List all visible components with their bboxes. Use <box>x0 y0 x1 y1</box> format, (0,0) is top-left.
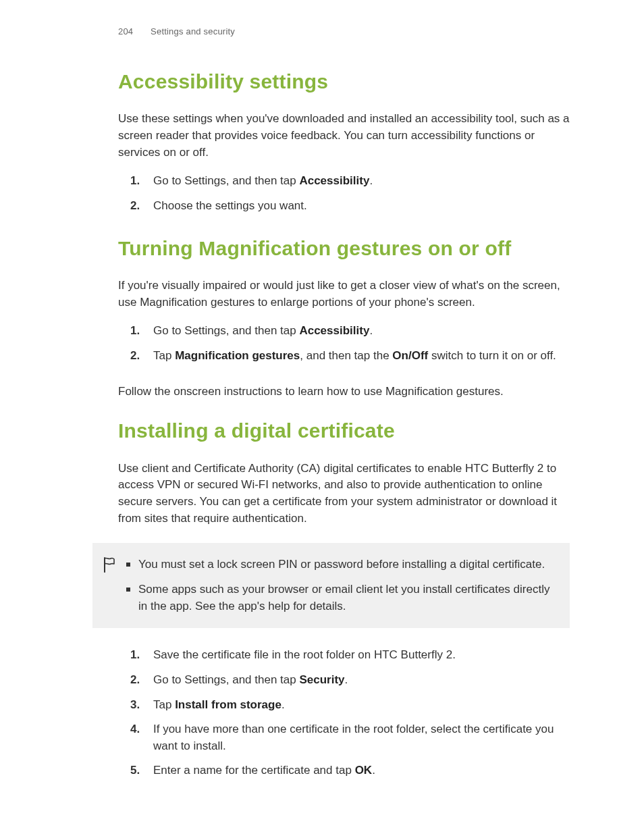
page-section: Settings and security <box>151 26 235 36</box>
step-text: Save the certificate file in the root fo… <box>153 648 456 661</box>
steps-magnification: Go to Settings, and then tap Accessibili… <box>118 323 570 364</box>
steps-certificate: Save the certificate file in the root fo… <box>118 647 570 779</box>
step-text: Enter a name for the certificate and tap <box>153 764 355 777</box>
step-bold: Accessibility <box>299 174 369 187</box>
step-text: Tap <box>153 698 175 711</box>
callout-item: Some apps such as your browser or email … <box>126 581 556 615</box>
step-text: , and then tap the <box>300 349 392 362</box>
step-text: Choose the settings you want. <box>153 199 307 212</box>
list-item: If you have more than one certificate in… <box>149 721 570 754</box>
intro-magnification: If you're visually impaired or would jus… <box>118 278 570 311</box>
step-bold: Security <box>299 673 344 686</box>
step-text: switch to turn it on or off. <box>428 349 556 362</box>
step-text: Go to Settings, and then tap <box>153 673 299 686</box>
step-bold: Install from storage <box>175 698 281 711</box>
step-bold: OK <box>355 764 373 777</box>
heading-accessibility-settings: Accessibility settings <box>118 67 570 97</box>
page-header: 204 Settings and security <box>118 26 570 38</box>
heading-magnification: Turning Magnification gestures on or off <box>118 234 570 263</box>
page-number: 204 <box>118 26 133 36</box>
outro-magnification: Follow the onscreen instructions to lear… <box>118 384 570 400</box>
step-text: Tap <box>153 349 175 362</box>
step-text: . <box>281 698 285 711</box>
list-item: Tap Install from storage. <box>149 697 570 714</box>
list-item: Enter a name for the certificate and tap… <box>149 762 570 779</box>
step-text: Go to Settings, and then tap <box>153 324 299 337</box>
list-item: Choose the settings you want. <box>149 198 570 215</box>
step-text: . <box>372 764 375 777</box>
step-text: If you have more than one certificate in… <box>153 723 554 752</box>
step-bold: Magnification gestures <box>175 349 300 362</box>
list-item: Save the certificate file in the root fo… <box>149 647 570 664</box>
list-item: Go to Settings, and then tap Accessibili… <box>149 173 570 190</box>
intro-certificate: Use client and Certificate Authority (CA… <box>118 461 570 527</box>
step-text: . <box>369 324 373 337</box>
step-text: . <box>369 174 373 187</box>
callout-item: You must set a lock screen PIN or passwo… <box>126 556 556 573</box>
flag-icon <box>103 556 116 573</box>
callout-box: You must set a lock screen PIN or passwo… <box>92 543 570 628</box>
list-item: Go to Settings, and then tap Accessibili… <box>149 323 570 340</box>
intro-accessibility: Use these settings when you've downloade… <box>118 111 570 161</box>
heading-certificate: Installing a digital certificate <box>118 416 570 446</box>
list-item: Tap Magnification gestures, and then tap… <box>149 348 570 365</box>
step-text: . <box>345 673 348 686</box>
step-bold: On/Off <box>392 349 428 362</box>
step-text: Go to Settings, and then tap <box>153 174 299 187</box>
list-item: Go to Settings, and then tap Security. <box>149 672 570 689</box>
flag-icon-col <box>92 556 126 573</box>
step-bold: Accessibility <box>299 324 369 337</box>
steps-accessibility: Go to Settings, and then tap Accessibili… <box>118 173 570 214</box>
callout-list: You must set a lock screen PIN or passwo… <box>126 556 556 615</box>
